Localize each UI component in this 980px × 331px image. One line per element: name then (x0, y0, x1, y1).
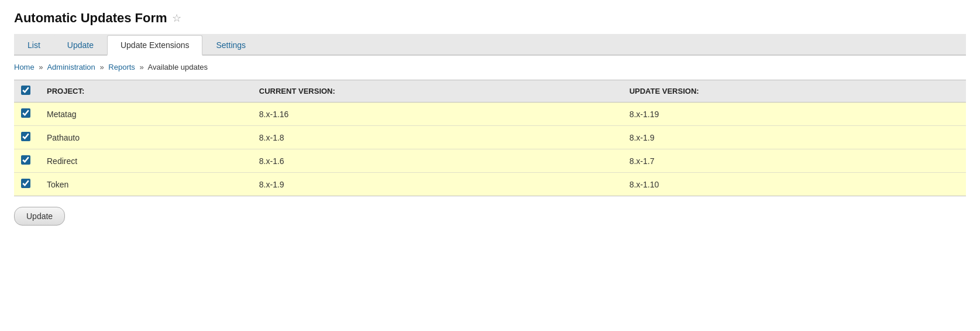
breadcrumb-sep-2: » (99, 63, 104, 71)
row-checkbox-2[interactable] (21, 155, 30, 165)
breadcrumb-administration[interactable]: Administration (47, 63, 95, 71)
row-update-version: 8.x-1.9 (623, 126, 966, 149)
page-wrapper: Automatic Updates Form ☆ List Update Upd… (0, 0, 980, 236)
row-current-version: 8.x-1.9 (252, 173, 623, 196)
row-current-version: 8.x-1.16 (252, 103, 623, 126)
row-current-version: 8.x-1.8 (252, 126, 623, 149)
breadcrumb-current: Available updates (148, 63, 208, 71)
table-header-project: PROJECT: (40, 80, 252, 103)
row-checkbox-cell (14, 126, 40, 149)
breadcrumb-reports[interactable]: Reports (108, 63, 135, 71)
row-checkbox-cell (14, 173, 40, 196)
tab-update-extensions[interactable]: Update Extensions (107, 35, 203, 56)
row-checkbox-3[interactable] (21, 179, 30, 188)
row-checkbox-1[interactable] (21, 132, 30, 141)
table-header-current-version: CURRENT VERSION: (252, 80, 623, 103)
table-header-row: PROJECT: CURRENT VERSION: UPDATE VERSION… (14, 80, 966, 103)
breadcrumb-sep-1: » (39, 63, 43, 71)
table-row: Pathauto8.x-1.88.x-1.9 (14, 126, 966, 149)
tab-update[interactable]: Update (54, 35, 107, 54)
row-update-version: 8.x-1.7 (623, 149, 966, 173)
updates-table: PROJECT: CURRENT VERSION: UPDATE VERSION… (14, 80, 966, 196)
tabs-bar: List Update Update Extensions Settings (14, 34, 966, 56)
row-project: Token (40, 173, 252, 196)
page-title-row: Automatic Updates Form ☆ (14, 11, 966, 26)
table-header-update-version: UPDATE VERSION: (623, 80, 966, 103)
row-project: Pathauto (40, 126, 252, 149)
row-current-version: 8.x-1.6 (252, 149, 623, 173)
breadcrumb-sep-3: » (139, 63, 143, 71)
select-all-checkbox[interactable] (21, 86, 30, 95)
table-row: Redirect8.x-1.68.x-1.7 (14, 149, 966, 173)
star-icon[interactable]: ☆ (172, 12, 181, 25)
page-title: Automatic Updates Form (14, 11, 167, 26)
row-project: Metatag (40, 103, 252, 126)
tab-list[interactable]: List (14, 35, 54, 54)
breadcrumb: Home » Administration » Reports » Availa… (14, 63, 966, 71)
row-update-version: 8.x-1.10 (623, 173, 966, 196)
table-row: Token8.x-1.98.x-1.10 (14, 173, 966, 196)
update-button[interactable]: Update (14, 207, 65, 226)
breadcrumb-home[interactable]: Home (14, 63, 35, 71)
row-checkbox-0[interactable] (21, 108, 30, 118)
row-project: Redirect (40, 149, 252, 173)
row-checkbox-cell (14, 149, 40, 173)
row-update-version: 8.x-1.19 (623, 103, 966, 126)
row-checkbox-cell (14, 103, 40, 126)
table-header-checkbox-col (14, 80, 40, 103)
tab-settings[interactable]: Settings (202, 35, 259, 54)
table-row: Metatag8.x-1.168.x-1.19 (14, 103, 966, 126)
